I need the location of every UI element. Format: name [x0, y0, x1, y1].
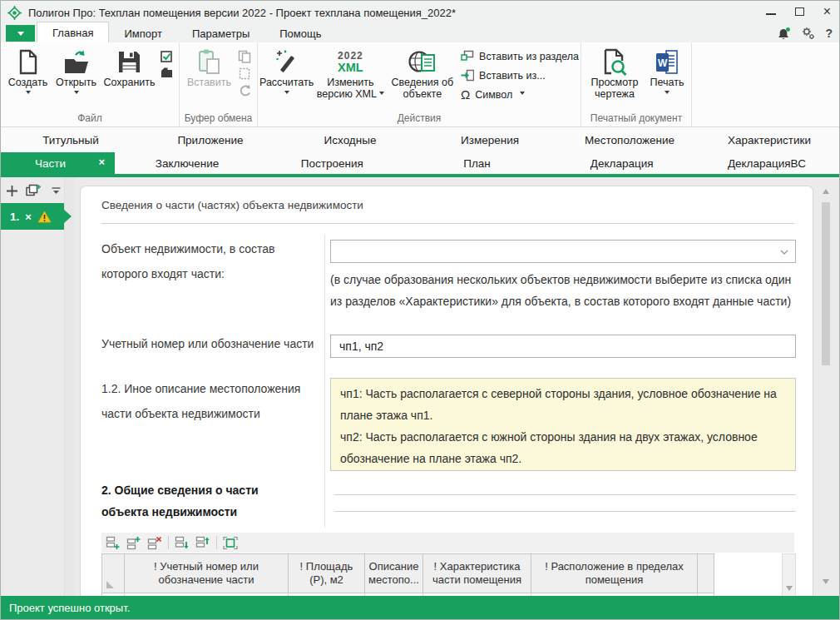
minimize-icon[interactable]	[766, 8, 776, 15]
settings-gears-icon[interactable]	[801, 27, 815, 40]
tab-prilozhenie[interactable]: Приложение	[141, 127, 280, 152]
object-info-button[interactable]: Сведения об объекте	[388, 45, 457, 113]
row-selector-icon	[106, 581, 114, 588]
location-textarea[interactable]: чп1: Часть располагается с северной стор…	[330, 378, 796, 471]
object-combobox[interactable]	[330, 240, 796, 263]
help-icon[interactable]: ?	[825, 27, 833, 40]
menu-row: Главная Импорт Параметры Помощь ?	[1, 24, 839, 42]
tab-deklaraciya[interactable]: Декларация	[550, 152, 694, 174]
location-field-label: 1.2. Иное описание местоположения части …	[101, 376, 319, 426]
paste-special-icon[interactable]	[238, 67, 251, 80]
insert-from-section-label: Вставить из раздела	[479, 51, 579, 62]
content-card: Сведения о части (частях) объекта недвиж…	[80, 186, 813, 596]
print-word-icon: W	[655, 47, 679, 77]
table-toolbar	[101, 533, 794, 553]
copy-icon[interactable]	[238, 50, 251, 63]
expand-table-icon[interactable]	[223, 536, 238, 550]
move-row-down-icon[interactable]	[175, 536, 190, 550]
maximize-icon[interactable]	[795, 7, 804, 16]
change-xml-version-button[interactable]: 2022 XML Изменить версию XML	[314, 45, 387, 113]
tab-import[interactable]: Импорт	[109, 24, 176, 42]
column-header-area[interactable]: ! Площадь (P), м2	[289, 553, 365, 593]
save-copy-icon[interactable]	[161, 67, 173, 78]
open-button[interactable]: Открыть	[52, 45, 101, 113]
close-tab-icon[interactable]: ×	[98, 156, 105, 168]
calculate-button-label: Рассчитать	[259, 77, 314, 88]
delete-row-icon[interactable]	[147, 536, 162, 550]
chevron-down-icon	[780, 250, 788, 255]
sidebar-item-1[interactable]: 1. ×	[1, 203, 64, 230]
insert-from-section-button[interactable]: Вставить из раздела	[461, 48, 579, 64]
column-header-number[interactable]: ! Учетный номер или обозначение части	[125, 553, 289, 593]
ribbon-group-print: Просмотр чертежа W Печать Печатный докум…	[581, 42, 692, 126]
tab-pomosch[interactable]: Помощь	[264, 24, 336, 42]
duplicate-item-icon[interactable]	[26, 184, 41, 197]
ribbon-group-clipboard: Вставить Буфер обмена	[180, 42, 258, 126]
add-row-icon[interactable]	[106, 536, 121, 550]
ribbon-filler	[692, 42, 839, 126]
table-header-row: ! Учетный номер или обозначение части ! …	[101, 553, 714, 593]
column-header-location[interactable]: Описание местопо...	[365, 553, 423, 593]
page-title: Сведения о части (частях) объекта недвиж…	[101, 199, 363, 211]
close-item-icon[interactable]: ×	[25, 211, 32, 223]
symbol-button[interactable]: Ω Символ	[461, 87, 579, 102]
symbol-omega-icon: Ω	[461, 87, 470, 102]
notifications-bell-icon[interactable]	[777, 27, 791, 41]
tab-zaklyuchenie[interactable]: Заключение	[115, 152, 259, 174]
tab-izmereniya[interactable]: Измерения	[420, 127, 560, 152]
scroll-up-icon[interactable]	[823, 186, 829, 194]
insert-from-button[interactable]: Вставить из...	[461, 67, 579, 83]
print-button[interactable]: W Печать	[645, 45, 689, 113]
drawing-preview-button[interactable]: Просмотр чертежа	[584, 45, 645, 113]
dropdown-arrow-icon	[17, 32, 24, 39]
scrollbar-thumb[interactable]	[822, 202, 830, 365]
toolbar-separator	[216, 536, 217, 549]
row-selector-header[interactable]	[101, 553, 125, 593]
sidebar-menu-icon[interactable]	[52, 187, 61, 195]
window-title: Полигон Про: Техплан помещения версии 20…	[28, 7, 456, 19]
undo-icon[interactable]	[238, 84, 251, 97]
scroll-down-icon[interactable]	[786, 586, 793, 594]
save-button-label: Сохранить	[103, 77, 155, 88]
tab-parametry[interactable]: Параметры	[177, 24, 264, 42]
column-header-characteristic[interactable]: ! Характеристика части помещения	[423, 553, 531, 593]
insert-row-icon[interactable]	[126, 536, 141, 550]
status-text: Проект успешно открыт.	[9, 602, 130, 614]
table-scrollbar[interactable]	[782, 553, 796, 596]
column-header-extra[interactable]	[698, 553, 714, 593]
tab-mestopolozhenie[interactable]: Местоположение	[560, 127, 699, 152]
sidebar-scroll-track[interactable]	[64, 177, 75, 596]
add-item-icon[interactable]	[6, 185, 18, 197]
calculate-button[interactable]: Рассчитать	[259, 45, 314, 113]
column-header-placement[interactable]: ! Расположение в пределах помещения	[531, 553, 698, 593]
move-row-up-icon[interactable]	[195, 536, 210, 550]
save-button[interactable]: Сохранить	[101, 45, 158, 113]
print-button-label: Печать	[650, 77, 684, 88]
section2-line-2	[334, 511, 796, 512]
close-icon[interactable]: ×	[823, 5, 831, 18]
tab-glavnaya[interactable]: Главная	[37, 22, 109, 42]
paste-button[interactable]: Вставить	[184, 45, 235, 113]
create-button[interactable]: Создать	[5, 45, 52, 113]
tab-harakteristiki[interactable]: Характеристики	[699, 127, 839, 152]
object-field-label: Объект недвижимости, в состав которого в…	[101, 236, 319, 286]
tab-chasti[interactable]: Части ×	[1, 152, 115, 174]
tab-plan[interactable]: План	[404, 152, 549, 174]
drawing-preview-label: Просмотр чертежа	[584, 77, 645, 100]
parts-table: ! Учетный номер или обозначение части ! …	[101, 553, 714, 596]
tab-deklaraciya-vs[interactable]: ДекларацияВС	[694, 152, 839, 174]
number-field-input[interactable]	[330, 335, 796, 358]
section2-label: 2. Общие сведения о части объекта недвиж…	[101, 479, 305, 523]
dropdown-arrow-icon	[26, 91, 31, 97]
page-scrollbar[interactable]	[819, 182, 833, 591]
app-menu-button[interactable]	[6, 25, 35, 42]
tab-titulnyj[interactable]: Титульный	[1, 127, 141, 152]
tab-postroeniya[interactable]: Построения	[259, 152, 404, 174]
scroll-down-icon[interactable]	[823, 579, 829, 588]
save-as-icon[interactable]	[161, 50, 173, 62]
dropdown-arrow-icon	[520, 92, 525, 97]
xml-version-icon: 2022 XML	[338, 50, 363, 73]
dropdown-arrow-icon	[284, 91, 289, 97]
ribbon-tabs: Главная Импорт Параметры Помощь	[37, 24, 336, 42]
tab-ishodnye[interactable]: Исходные	[280, 127, 420, 152]
